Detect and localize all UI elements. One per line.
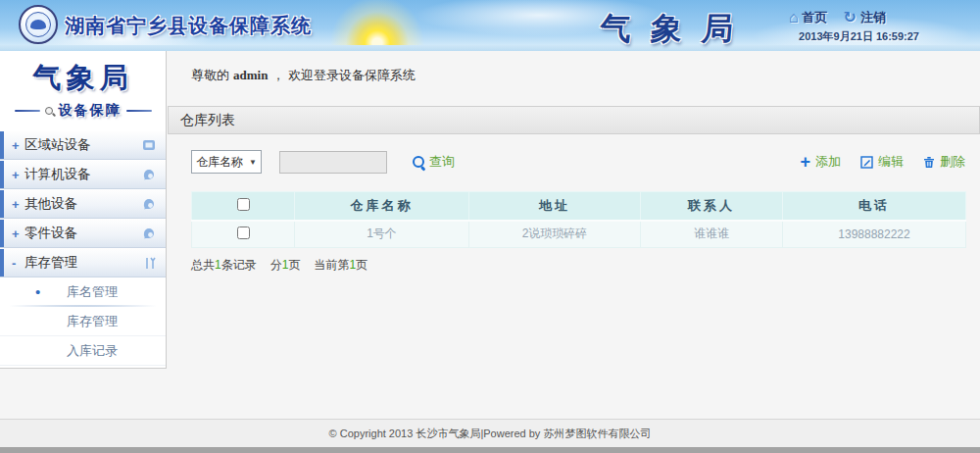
chat-icon [142, 169, 156, 180]
plus-icon: + [800, 155, 810, 169]
panel-title: 仓库列表 [168, 106, 980, 134]
search-icon [45, 107, 54, 116]
sidebar: 气象局 设备保障 + 区域站设备 + 计算机设备 [0, 51, 167, 369]
chevron-down-icon: ▼ [249, 158, 257, 167]
logout-label: 注销 [860, 9, 886, 26]
table-row[interactable]: 1号个 2说琐琐碎碎 谁谁谁 13988882222 [192, 221, 966, 248]
sidebar-item-parts-equipment[interactable]: + 零件设备 [0, 219, 166, 248]
warehouse-table: 仓库名称 地址 联系人 电话 1号个 2说琐琐碎碎 谁谁谁 1398888222… [191, 191, 966, 248]
sidebar-menu: + 区域站设备 + 计算机设备 + 其他设备 [0, 130, 166, 366]
expand-plus-icon: + [12, 138, 24, 153]
submenu-item-inbound-records[interactable]: 入库记录 [0, 336, 166, 366]
cell-warehouse-name: 1号个 [295, 221, 469, 248]
system-title: 湖南省宁乡县设备保障系统 [65, 13, 312, 39]
col-phone: 电话 [783, 192, 966, 221]
cell-phone: 13988882222 [783, 221, 966, 248]
query-button[interactable]: 查询 [413, 153, 455, 171]
select-all-cell [192, 192, 295, 221]
bureau-logo-icon [19, 5, 58, 44]
row-checkbox[interactable] [237, 226, 250, 239]
logout-link[interactable]: ↻ 注销 [844, 9, 886, 26]
table-header-row: 仓库名称 地址 联系人 电话 [192, 192, 966, 221]
add-button[interactable]: + 添加 [800, 153, 841, 171]
search-input[interactable] [279, 151, 387, 174]
col-warehouse-name: 仓库名称 [295, 192, 469, 221]
bureau-name: 气象局 [598, 8, 755, 51]
cell-address: 2说琐琐碎碎 [469, 221, 641, 248]
col-address: 地址 [469, 192, 641, 221]
home-link[interactable]: ⌂ 首页 [789, 9, 828, 26]
sidebar-item-other-equipment[interactable]: + 其他设备 [0, 189, 166, 219]
sidebar-subtitle: 设备保障 [0, 102, 166, 120]
copyright-text: © Copyright 2013 长沙市气象局|Powered by 苏州梦图软… [0, 420, 980, 441]
footer-bottom-bar [0, 447, 980, 453]
monitor-icon [142, 139, 156, 151]
sidebar-item-inventory-management[interactable]: - 库存管理 [0, 248, 166, 277]
search-category-select[interactable]: 仓库名称 ▼ [191, 150, 262, 174]
expand-plus-icon: + [12, 168, 24, 182]
welcome-message: 尊敬的admin， 欢迎登录设备保障系统 [191, 67, 980, 84]
expand-plus-icon: + [12, 226, 24, 241]
divider [15, 110, 40, 112]
home-label: 首页 [803, 9, 828, 26]
toolbar: 仓库名称 ▼ 查询 + 添加 编辑 [191, 150, 965, 174]
app-window: 湖南省宁乡县设备保障系统 气象局 ⌂ 首页 ↻ 注销 2013年9月21日 16… [0, 0, 980, 453]
cell-contact: 谁谁谁 [641, 221, 783, 248]
total-records: 1 [215, 258, 221, 272]
col-contact: 联系人 [641, 192, 783, 221]
action-buttons: + 添加 编辑 删除 [800, 153, 965, 171]
collapse-minus-icon: - [12, 256, 24, 271]
sidebar-item-region-station-equipment[interactable]: + 区域站设备 [0, 130, 166, 160]
edit-icon [860, 156, 873, 169]
chat-icon [142, 227, 156, 239]
chat-icon [142, 198, 156, 210]
pagination: 总共1条记录分1页当前第1页 [191, 257, 980, 274]
tools-icon [144, 257, 156, 270]
search-icon [413, 156, 425, 169]
expand-plus-icon: + [12, 197, 24, 212]
datetime-display: 2013年9月21日 16:59:27 [799, 29, 919, 44]
username: admin [233, 68, 268, 82]
logout-icon: ↻ [844, 11, 857, 25]
delete-button[interactable]: 删除 [923, 153, 965, 171]
submenu-item-inventory-management[interactable]: 库存管理 [0, 307, 166, 336]
trash-icon [923, 156, 935, 169]
edit-button[interactable]: 编辑 [860, 153, 904, 171]
select-all-checkbox[interactable] [237, 198, 250, 211]
main-content: 尊敬的admin， 欢迎登录设备保障系统 仓库列表 仓库名称 ▼ 查询 + 添加 [168, 51, 980, 419]
top-banner: 湖南省宁乡县设备保障系统 气象局 ⌂ 首页 ↻ 注销 2013年9月21日 16… [0, 0, 980, 51]
footer: © Copyright 2013 长沙市气象局|Powered by 苏州梦图软… [0, 419, 980, 453]
sidebar-item-computer-equipment[interactable]: + 计算机设备 [0, 160, 166, 189]
top-nav: ⌂ 首页 ↻ 注销 [789, 9, 886, 26]
sidebar-submenu: 库名管理 库存管理 入库记录 [0, 277, 166, 366]
divider [126, 110, 152, 112]
home-icon: ⌂ [789, 11, 799, 25]
submenu-item-warehouse-name-management[interactable]: 库名管理 [0, 277, 166, 307]
sidebar-title: 气象局 [0, 59, 166, 98]
